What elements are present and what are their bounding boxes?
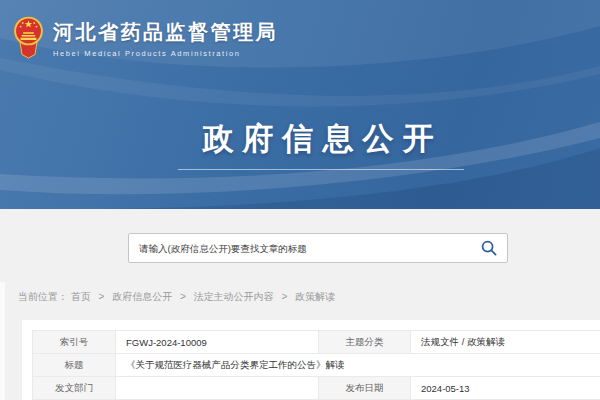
agency-logo-group: 河北省药品监督管理局 Hebei Medical Products Admini… <box>13 16 278 59</box>
search-input[interactable] <box>129 234 481 262</box>
index-number-label: 索引号 <box>33 331 116 354</box>
breadcrumb-item-policy-interpretation[interactable]: 政策解读 <box>295 291 335 302</box>
breadcrumb-label: 当前位置： <box>18 291 68 302</box>
breadcrumb-item-info-disclosure[interactable]: 政府信息公开 <box>112 291 172 302</box>
issuing-department-value <box>116 377 319 400</box>
index-number-value: FGWJ-2024-10009 <box>116 331 319 354</box>
doc-title-value: 《关于规范医疗器械产品分类界定工作的公告》解读 <box>116 354 600 377</box>
table-row-index: 索引号 FGWJ-2024-10009 主题分类 法规文件 / 政策解读 <box>33 331 600 354</box>
search-box <box>128 233 508 263</box>
search-icon <box>481 240 497 256</box>
page: 河北省药品监督管理局 Hebei Medical Products Admini… <box>0 0 600 400</box>
breadcrumb-separator: > <box>281 291 287 302</box>
agency-title-block: 河北省药品监督管理局 Hebei Medical Products Admini… <box>53 16 278 58</box>
topic-category-label: 主题分类 <box>319 331 411 354</box>
page-title: 政府信息公开 <box>36 118 600 160</box>
agency-title: 河北省药品监督管理局 <box>53 19 278 46</box>
topic-category-value: 法规文件 / 政策解读 <box>411 331 600 354</box>
breadcrumb-item-home[interactable]: 首页 <box>71 291 91 302</box>
search-section <box>0 209 600 282</box>
breadcrumb: 当前位置： 首页 > 政府信息公开 > 法定主动公开内容 > 政策解读 <box>18 290 335 304</box>
document-metadata-table: 索引号 FGWJ-2024-10009 主题分类 法规文件 / 政策解读 标题 … <box>32 330 600 400</box>
doc-title-label: 标题 <box>33 354 116 377</box>
publish-date-label: 发布日期 <box>319 377 411 400</box>
agency-subtitle: Hebei Medical Products Administration <box>53 49 278 58</box>
china-national-emblem-icon <box>13 16 44 59</box>
banner-underline <box>178 169 464 170</box>
table-row-title: 标题 《关于规范医疗器械产品分类界定工作的公告》解读 <box>33 354 600 377</box>
breadcrumb-item-statutory-content[interactable]: 法定主动公开内容 <box>194 291 274 302</box>
publish-date-value: 2024-05-13 <box>411 377 600 400</box>
table-row-department: 发文部门 发布日期 2024-05-13 <box>33 377 600 400</box>
document-card: 索引号 FGWJ-2024-10009 主题分类 法规文件 / 政策解读 标题 … <box>22 320 600 400</box>
breadcrumb-separator: > <box>99 291 105 302</box>
search-button[interactable] <box>481 234 507 262</box>
breadcrumb-separator: > <box>180 291 186 302</box>
site-header-banner: 河北省药品监督管理局 Hebei Medical Products Admini… <box>0 0 600 209</box>
issuing-department-label: 发文部门 <box>33 377 116 400</box>
